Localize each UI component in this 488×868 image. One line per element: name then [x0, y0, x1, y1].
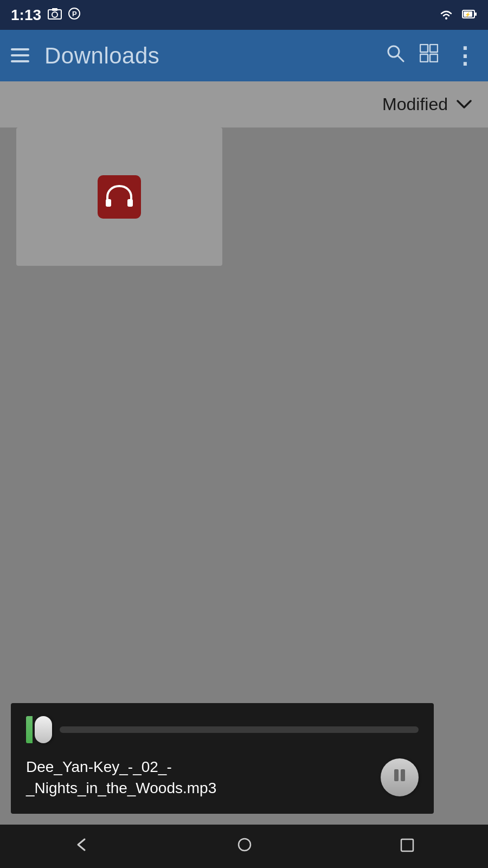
svg-point-1	[52, 12, 57, 17]
home-button[interactable]	[237, 837, 252, 857]
file-grid-item[interactable]	[16, 127, 222, 266]
svg-rect-15	[420, 44, 428, 52]
svg-rect-18	[430, 54, 438, 62]
menu-icon[interactable]	[11, 44, 29, 67]
battery-icon: ⚡	[462, 9, 477, 21]
parking-icon: P	[68, 8, 80, 22]
wifi-icon	[438, 8, 454, 22]
volume-green-bar	[26, 716, 33, 743]
recent-apps-button[interactable]	[400, 837, 414, 857]
svg-rect-10	[11, 48, 29, 50]
sort-label: Modified	[382, 94, 448, 114]
volume-icon	[26, 716, 52, 743]
svg-text:⚡: ⚡	[465, 11, 471, 18]
svg-rect-11	[11, 54, 29, 56]
content-area: Dee_Yan-Key_-_02_-_Nights_in_the_Woods.m…	[0, 127, 488, 825]
search-icon[interactable]	[386, 44, 404, 67]
grid-view-icon[interactable]	[420, 44, 438, 67]
track-name: Dee_Yan-Key_-_02_-_Nights_in_the_Woods.m…	[26, 756, 381, 799]
sort-chevron-icon	[457, 96, 472, 113]
photo-icon	[48, 8, 62, 22]
media-player: Dee_Yan-Key_-_02_-_Nights_in_the_Woods.m…	[11, 703, 434, 814]
svg-rect-20	[127, 199, 133, 207]
svg-point-23	[239, 839, 251, 851]
status-left: 1:13 P	[11, 7, 80, 24]
status-time: 1:13	[11, 7, 41, 24]
svg-rect-17	[420, 54, 428, 62]
pause-icon	[392, 768, 407, 787]
file-icon-container	[98, 175, 141, 219]
back-button[interactable]	[74, 837, 89, 857]
media-controls: Dee_Yan-Key_-_02_-_Nights_in_the_Woods.m…	[26, 756, 419, 799]
svg-text:P: P	[72, 10, 77, 18]
svg-rect-21	[394, 769, 399, 781]
sort-bar[interactable]: Modified	[0, 81, 488, 127]
status-bar: 1:13 P	[0, 0, 488, 30]
nav-bar	[0, 825, 488, 868]
volume-knob[interactable]	[35, 716, 52, 743]
svg-point-5	[445, 17, 447, 20]
svg-rect-16	[430, 44, 438, 52]
progress-track[interactable]	[60, 726, 419, 733]
page-title: Downloads	[44, 43, 371, 69]
svg-rect-8	[475, 12, 477, 16]
svg-line-14	[398, 56, 403, 61]
status-right: ⚡	[438, 8, 477, 22]
app-bar: Downloads ⋮	[0, 30, 488, 81]
svg-rect-24	[401, 839, 413, 851]
svg-rect-2	[52, 8, 57, 11]
headphones-icon	[105, 183, 133, 211]
progress-bar-container	[26, 716, 419, 743]
svg-rect-12	[11, 60, 29, 62]
pause-button[interactable]	[381, 758, 419, 796]
more-options-icon[interactable]: ⋮	[453, 49, 477, 62]
svg-rect-19	[106, 199, 111, 207]
svg-rect-22	[401, 769, 405, 781]
